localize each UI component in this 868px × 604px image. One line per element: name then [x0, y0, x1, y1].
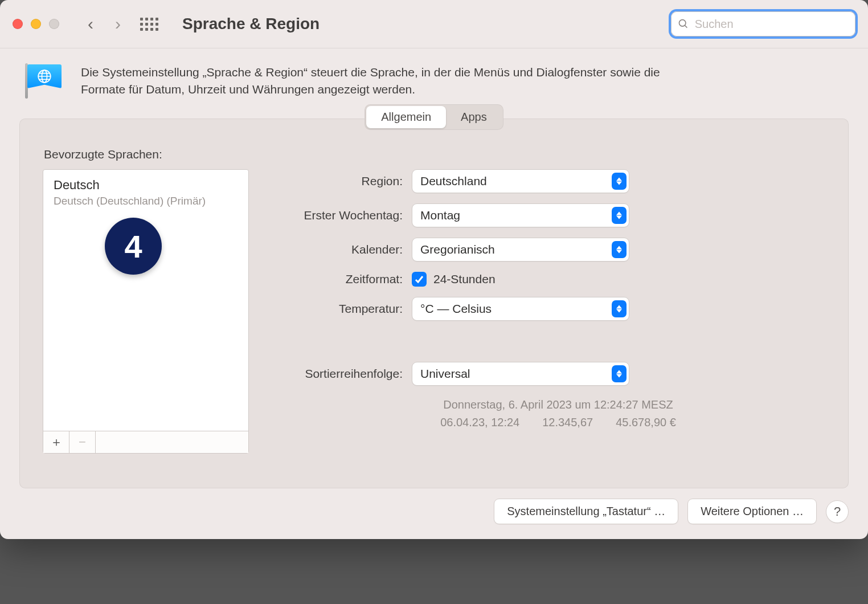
chevron-updown-icon: [612, 241, 627, 258]
format-examples: Donnerstag, 6. April 2023 um 12:24:27 ME…: [291, 396, 825, 431]
region-value: Deutschland: [420, 174, 487, 188]
annotation-badge: 4: [105, 218, 162, 275]
sort-order-label: Sortierreihenfolge:: [277, 367, 403, 381]
forward-button: ›: [115, 15, 121, 32]
calendar-label: Kalender:: [277, 243, 403, 256]
language-region-icon: [22, 63, 65, 99]
chevron-updown-icon: [612, 365, 627, 382]
sort-order-popup[interactable]: Universal: [412, 362, 629, 386]
time-format-label: Zeitformat:: [277, 272, 403, 286]
settings-column: Region: Deutschland Erster Wochentag: Mo…: [277, 169, 825, 431]
first-weekday-popup[interactable]: Montag: [412, 203, 629, 227]
preferred-languages-label: Bevorzugte Sprachen:: [44, 148, 825, 161]
window-controls: [13, 19, 59, 29]
globe-icon: [37, 69, 52, 84]
minimize-window-button[interactable]: [31, 19, 41, 29]
description-text: Die Systemeinstellung „Sprache & Region“…: [81, 64, 696, 99]
close-window-button[interactable]: [13, 19, 23, 29]
tab-apps[interactable]: Apps: [446, 106, 502, 128]
language-item[interactable]: Deutsch Deutsch (Deutschland) (Primär): [54, 178, 238, 207]
svg-point-0: [679, 20, 685, 26]
main-panel: Bevorzugte Sprachen: Deutsch Deutsch (De…: [19, 119, 849, 488]
help-button[interactable]: ?: [826, 500, 849, 523]
remove-language-button: −: [69, 431, 96, 453]
footer: Systemeinstellung „Tastatur“ … Weitere O…: [0, 488, 868, 539]
temperature-value: °C — Celsius: [420, 302, 492, 316]
language-subtitle: Deutsch (Deutschland) (Primär): [54, 195, 238, 207]
page-title: Sprache & Region: [182, 15, 320, 33]
search-field[interactable]: [671, 11, 855, 36]
languages-listbox: Deutsch Deutsch (Deutschland) (Primär) 4…: [43, 169, 249, 454]
check-icon: [415, 275, 424, 284]
nav-buttons: ‹ ›: [88, 15, 121, 32]
search-input[interactable]: [694, 17, 849, 31]
language-name: Deutsch: [54, 178, 238, 193]
keyboard-preferences-button[interactable]: Systemeinstellung „Tastatur“ …: [494, 499, 678, 524]
chevron-updown-icon: [612, 173, 627, 190]
calendar-value: Gregorianisch: [420, 243, 495, 256]
time-format-checkbox[interactable]: [412, 272, 427, 287]
svg-line-1: [685, 25, 687, 27]
preferences-window: ‹ › Sprache & Region: [0, 0, 868, 539]
first-weekday-value: Montag: [420, 209, 460, 222]
time-format-checkbox-label: 24-Stunden: [433, 272, 496, 286]
zoom-window-button: [49, 19, 59, 29]
header-row: Die Systemeinstellung „Sprache & Region“…: [0, 48, 868, 104]
temperature-label: Temperatur:: [277, 302, 403, 316]
temperature-popup[interactable]: °C — Celsius: [412, 297, 629, 321]
sort-order-value: Universal: [420, 367, 470, 381]
first-weekday-label: Erster Wochentag:: [277, 209, 403, 222]
tab-general[interactable]: Allgemein: [366, 106, 446, 128]
example-line-2: 06.04.23, 12:24 12.345,67 45.678,90 €: [291, 414, 825, 431]
calendar-popup[interactable]: Gregorianisch: [412, 238, 629, 262]
languages-list[interactable]: Deutsch Deutsch (Deutschland) (Primär) 4: [43, 170, 248, 431]
chevron-updown-icon: [612, 300, 627, 317]
region-label: Region:: [277, 174, 403, 188]
titlebar: ‹ › Sprache & Region: [0, 0, 868, 48]
tab-switcher: Allgemein Apps: [365, 104, 503, 130]
search-icon: [678, 18, 689, 30]
languages-toolbar: ＋ −: [43, 431, 248, 453]
region-popup[interactable]: Deutschland: [412, 169, 629, 193]
back-button[interactable]: ‹: [88, 15, 93, 32]
add-language-button[interactable]: ＋: [43, 431, 69, 453]
example-line-1: Donnerstag, 6. April 2023 um 12:24:27 ME…: [291, 396, 825, 414]
more-options-button[interactable]: Weitere Optionen …: [687, 499, 817, 524]
chevron-updown-icon: [612, 207, 627, 224]
all-preferences-icon[interactable]: [140, 18, 158, 31]
